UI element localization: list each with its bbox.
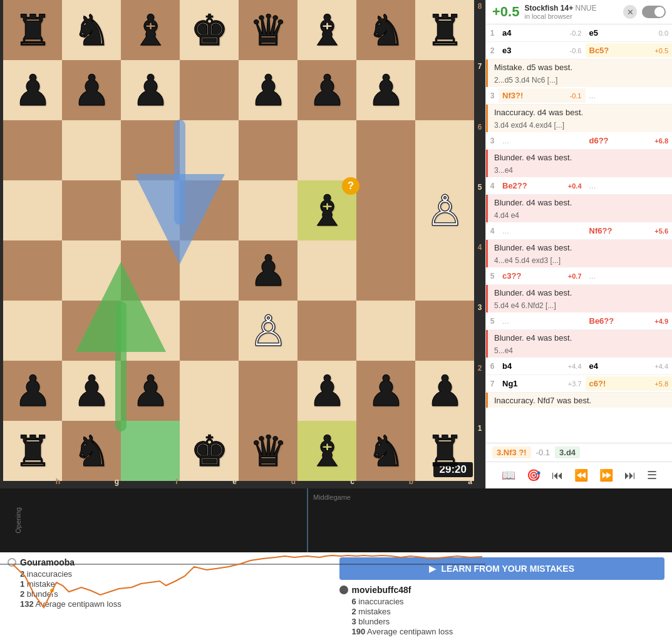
file-c: c (297, 477, 356, 488)
annotation-line-4w: 4.d4 e4 (486, 209, 672, 222)
move-row-1: 1 a4 -0.2 e5 0.0 (486, 24, 672, 42)
move-row-3w: 3 Nf3?! -0.1 ... (486, 87, 672, 105)
piece-white-pawn-d3: ♙ (249, 309, 287, 352)
move-1-white[interactable]: a4 -0.2 (499, 26, 586, 40)
eval-toggle[interactable] (642, 6, 666, 18)
eval-toggle-knob (654, 7, 664, 17)
file-f: f (121, 477, 180, 488)
move-row-5b: 5 ... Be6?? +4.9 (486, 312, 672, 330)
move-5w-notation: c3?? (502, 271, 521, 281)
move-3b-ellipsis: ... (499, 133, 586, 148)
move-5b-cell[interactable]: Be6?? +4.9 (586, 314, 673, 328)
move-2w-score: -0.6 (570, 47, 582, 54)
annotation-5w: Blunder. d4 was best. (486, 285, 672, 299)
move-4w-cell[interactable]: Be2?? +0.4 (499, 178, 586, 193)
square-c5-highlight: ♝ ? (297, 180, 356, 240)
square-f6 (121, 120, 180, 180)
move-5w-ellipsis: ... (586, 269, 673, 283)
first-move-button[interactable]: ⏮ (551, 468, 564, 483)
move-1-black[interactable]: e5 0.0 (586, 26, 673, 40)
piece-black-pawn-h7: ♟ (14, 69, 52, 111)
square-h8: ♜ (3, 0, 62, 60)
prev-move-button[interactable]: ⏪ (573, 467, 589, 483)
next-move-button[interactable]: ⏩ (598, 467, 614, 483)
move-6w-cell[interactable]: b4 +4.4 (499, 359, 586, 373)
square-f8: ♝ (121, 0, 180, 60)
move-1w-score: -0.2 (570, 29, 582, 37)
move-7w-cell[interactable]: Ng1 +3.7 (499, 376, 586, 391)
last-move-button[interactable]: ⏭ (623, 468, 637, 483)
move-4w-score: +0.4 (568, 182, 582, 190)
rank-label-5: 5 (474, 181, 485, 241)
move-3w-cell[interactable]: Nf3?! -0.1 (499, 88, 586, 103)
close-eval-button[interactable]: ✕ (623, 5, 637, 19)
annotation-3b: Blunder. e4 was best. (486, 150, 672, 164)
square-a6 (415, 120, 474, 180)
piece-black-bishop: ♝ (132, 9, 170, 51)
move-5b-dots: ... (502, 316, 509, 326)
piece-black-knight2: ♞ (367, 9, 405, 51)
current-move-black[interactable]: 3.d4 (555, 446, 580, 458)
square-a2: ♟ (415, 361, 474, 421)
move-5w-cell[interactable]: c3?? +0.7 (499, 269, 586, 283)
move-2-white[interactable]: e3 -0.6 (499, 43, 586, 58)
square-e4 (180, 240, 239, 301)
move-2w-notation: e3 (502, 46, 511, 55)
annotation-line-3b: 3...e4 (486, 164, 672, 177)
square-d2 (239, 361, 297, 421)
move-5b-score: +4.9 (654, 317, 668, 325)
square-d1: ♛ (239, 421, 297, 481)
piece-black-king: ♚ (190, 9, 229, 51)
move-2-black[interactable]: Bc5? +0.5 (586, 43, 673, 58)
eval-score: +0.5 (492, 4, 519, 20)
piece-black-bishop-c5: ♝ (308, 189, 346, 232)
move-7b-cell[interactable]: c6?! +5.8 (586, 376, 673, 391)
annotation-line-4w-text: 4.d4 e4 (494, 211, 519, 220)
current-move-white[interactable]: 3.Nf3 ?! (492, 446, 531, 458)
file-d: d (239, 477, 297, 488)
move-row-5w: 5 c3?? +0.7 ... (486, 267, 672, 285)
open-book-button[interactable]: 📖 (500, 467, 517, 483)
file-h: h (3, 477, 62, 488)
right-panel: +0.5 Stockfish 14+ NNUE in local browser… (485, 0, 672, 488)
move-7w-notation: Ng1 (502, 379, 518, 388)
annotation-5b-text: Blunder. e4 was best. (494, 333, 572, 343)
annotation-2b-text: Mistake. d5 was best. (494, 63, 572, 72)
annotation-4w-text: Blunder. d4 was best. (494, 198, 572, 207)
square-b4 (356, 240, 415, 301)
piece-black-pawn-a2: ♟ (426, 369, 464, 412)
square-g6 (62, 120, 121, 180)
square-e2 (180, 361, 239, 421)
move-4b-cell[interactable]: Nf6?? +5.6 (586, 224, 673, 238)
move-3b-cell[interactable]: d6?? +6.8 (586, 133, 673, 148)
annotation-4w: Blunder. d4 was best. (486, 195, 672, 209)
move-num-7: 7 (486, 379, 499, 388)
move-3-dots: ... (589, 91, 596, 100)
square-c4 (297, 240, 356, 301)
rank-label-7: 7 (474, 60, 485, 120)
annotation-3w-text: Inaccuracy. d4 was best. (494, 108, 583, 117)
moves-list[interactable]: 1 a4 -0.2 e5 0.0 2 e3 -0.6 Bc5? (486, 24, 672, 443)
file-a: a (415, 477, 474, 488)
square-c3 (297, 301, 356, 361)
move-3w-score: -0.1 (570, 92, 582, 100)
move-3w-notation: Nf3?! (502, 91, 523, 100)
annotation-2b: Mistake. d5 was best. (486, 59, 672, 74)
square-f5 (121, 180, 180, 240)
chess-board[interactable]: ♜ ♞ ♝ ♚ ♛ ♝ ♞ ♜ (3, 0, 474, 482)
move-2b-notation: Bc5? (589, 46, 609, 55)
menu-button[interactable]: ☰ (646, 467, 658, 483)
rank-label-6: 6 (474, 121, 485, 181)
square-c2: ♟ (297, 361, 356, 421)
move-1b-score: 0.0 (659, 29, 668, 37)
piece-black-pawn-d7: ♟ (249, 69, 287, 111)
target-button[interactable]: 🎯 (525, 467, 542, 483)
piece-black-pawn-b2: ♟ (367, 369, 405, 412)
annotation-line-3w-text: 3.d4 exd4 4.exd4 [...] (494, 121, 564, 130)
move-3-ellipsis: ... (586, 88, 673, 103)
piece-black-knight-g1: ♞ (73, 430, 111, 472)
move-6b-cell[interactable]: e4 +4.4 (586, 359, 673, 373)
annotation-3w: Inaccuracy. d4 was best. (486, 105, 672, 119)
square-h2: ♟ (3, 361, 62, 421)
rank-label-1: 1 (474, 422, 485, 482)
